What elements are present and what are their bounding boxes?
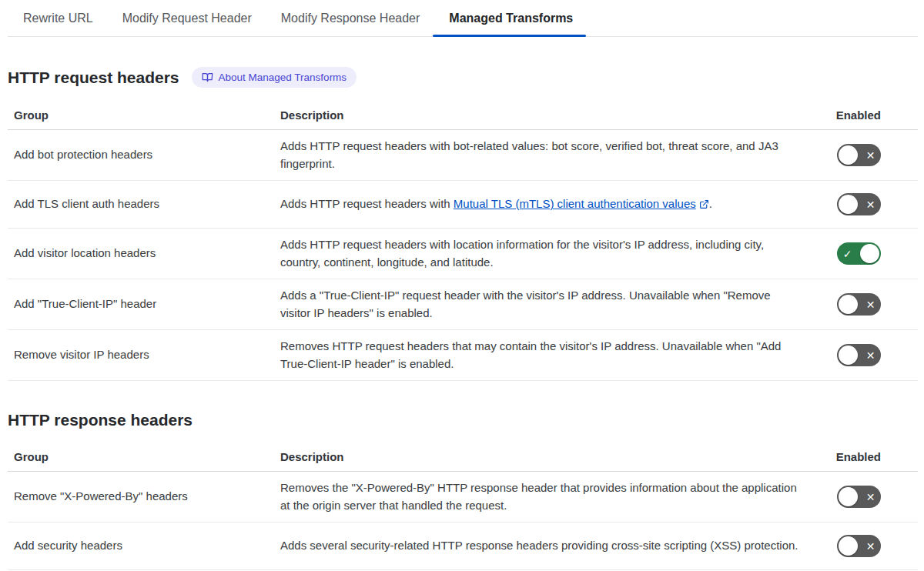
column-header-description: Description xyxy=(280,98,813,129)
tab-bar: Rewrite URLModify Request HeaderModify R… xyxy=(8,0,918,37)
toggle-remove-x-powered-by-headers[interactable]: ✓ ✕ xyxy=(837,486,881,508)
group-cell: Add TLS client auth headers xyxy=(8,181,280,228)
about-badge-label: About Managed Transforms xyxy=(219,72,347,83)
column-header-group: Group xyxy=(8,98,280,129)
description-cell: Adds HTTP request headers with location … xyxy=(280,229,813,279)
toggle-knob xyxy=(839,346,858,365)
toggle-remove-visitor-ip-headers[interactable]: ✓ ✕ xyxy=(837,344,881,366)
group-cell: Add bot protection headers xyxy=(8,130,280,180)
enabled-cell: ✓ ✕ xyxy=(813,181,918,228)
section-title: HTTP response headers xyxy=(8,411,192,429)
toggle-knob xyxy=(860,244,879,263)
enabled-cell: ✓ ✕ xyxy=(813,523,918,569)
section-head: HTTP response headers xyxy=(8,411,918,429)
main-content: HTTP request headers About Managed Trans… xyxy=(8,67,918,570)
description-link[interactable]: Mutual TLS (mTLS) client authentication … xyxy=(454,197,696,210)
toggle-add-security-headers[interactable]: ✓ ✕ xyxy=(837,535,881,557)
column-header-enabled: Enabled xyxy=(813,98,918,129)
table-header-row: Group Description Enabled xyxy=(8,98,918,130)
column-header-enabled: Enabled xyxy=(813,439,918,471)
table-row: Add TLS client auth headers Adds HTTP re… xyxy=(8,181,918,229)
description-cell: Adds several security-related HTTP respo… xyxy=(280,523,813,569)
table-header-row: Group Description Enabled xyxy=(8,439,918,472)
group-cell: Add "True-Client-IP" header xyxy=(8,279,280,329)
book-icon xyxy=(202,72,213,83)
enabled-cell: ✓ ✕ xyxy=(813,279,918,329)
toggle-add-bot-protection-headers[interactable]: ✓ ✕ xyxy=(837,144,881,166)
x-icon: ✕ xyxy=(862,299,879,310)
table-row: Add visitor location headers Adds HTTP r… xyxy=(8,229,918,279)
table-row: Remove visitor IP headers Removes HTTP r… xyxy=(8,330,918,381)
description-text: Removes the "X-Powered-By" HTTP response… xyxy=(280,479,802,514)
table-row: Add security headers Adds several securi… xyxy=(8,523,918,570)
section-title: HTTP request headers xyxy=(8,68,179,87)
toggle-knob xyxy=(839,145,858,165)
description-cell: Removes the "X-Powered-By" HTTP response… xyxy=(280,472,813,522)
description-text: Adds HTTP request headers with location … xyxy=(280,236,802,271)
toggle-knob xyxy=(839,487,858,506)
group-cell: Remove "X-Powered-By" headers xyxy=(8,472,280,522)
x-icon: ✕ xyxy=(862,150,879,161)
description-text: Adds a "True-Client-IP" request header w… xyxy=(280,287,802,322)
description-cell: Removes HTTP request headers that may co… xyxy=(280,330,813,380)
x-icon: ✕ xyxy=(862,492,879,503)
check-icon: ✓ xyxy=(839,249,856,259)
section-http-request-headers: HTTP request headers About Managed Trans… xyxy=(8,67,918,381)
table: Group Description Enabled Add bot protec… xyxy=(8,98,918,381)
toggle-add-true-client-ip-header[interactable]: ✓ ✕ xyxy=(837,293,881,316)
table-row: Add "True-Client-IP" header Adds a "True… xyxy=(8,279,918,330)
table-row: Remove "X-Powered-By" headers Removes th… xyxy=(8,472,918,523)
x-icon: ✕ xyxy=(862,350,879,361)
description-text: Adds HTTP request headers with Mutual TL… xyxy=(280,195,712,213)
about-managed-transforms-badge[interactable]: About Managed Transforms xyxy=(192,67,357,88)
enabled-cell: ✓ ✕ xyxy=(813,330,918,380)
group-cell: Remove visitor IP headers xyxy=(8,330,280,380)
description-cell: Adds HTTP request headers with bot-relat… xyxy=(280,130,813,180)
enabled-cell: ✓ ✕ xyxy=(813,472,918,522)
tab-rewrite-url[interactable]: Rewrite URL xyxy=(23,0,93,36)
x-icon: ✕ xyxy=(862,541,879,552)
table-body: Remove "X-Powered-By" headers Removes th… xyxy=(8,472,918,570)
toggle-knob xyxy=(839,195,858,214)
description-text: Adds HTTP request headers with bot-relat… xyxy=(280,138,802,172)
description-text: Removes HTTP request headers that may co… xyxy=(280,338,802,372)
column-header-description: Description xyxy=(280,439,813,471)
table-row: Add bot protection headers Adds HTTP req… xyxy=(8,130,918,181)
toggle-knob xyxy=(839,295,858,314)
tab-modify-response-header[interactable]: Modify Response Header xyxy=(281,0,420,36)
group-cell: Add visitor location headers xyxy=(8,229,280,279)
group-cell: Add security headers xyxy=(8,523,280,569)
tab-modify-request-header[interactable]: Modify Request Header xyxy=(122,0,252,36)
enabled-cell: ✓ ✕ xyxy=(813,229,918,279)
table: Group Description Enabled Remove "X-Powe… xyxy=(8,439,918,570)
column-header-group: Group xyxy=(8,439,280,471)
tab-managed-transforms[interactable]: Managed Transforms xyxy=(449,0,573,36)
description-cell: Adds a "True-Client-IP" request header w… xyxy=(280,279,813,329)
section-head: HTTP request headers About Managed Trans… xyxy=(8,67,918,88)
section-http-response-headers: HTTP response headers Group Description … xyxy=(8,411,918,570)
toggle-knob xyxy=(839,536,858,556)
toggle-add-visitor-location-headers[interactable]: ✓ ✕ xyxy=(837,242,881,265)
description-text: Adds several security-related HTTP respo… xyxy=(280,537,798,555)
table-body: Add bot protection headers Adds HTTP req… xyxy=(8,130,918,381)
x-icon: ✕ xyxy=(862,199,879,210)
enabled-cell: ✓ ✕ xyxy=(813,130,918,180)
description-cell: Adds HTTP request headers with Mutual TL… xyxy=(280,181,813,228)
toggle-add-tls-client-auth-headers[interactable]: ✓ ✕ xyxy=(837,193,881,215)
external-link-icon xyxy=(699,199,709,209)
